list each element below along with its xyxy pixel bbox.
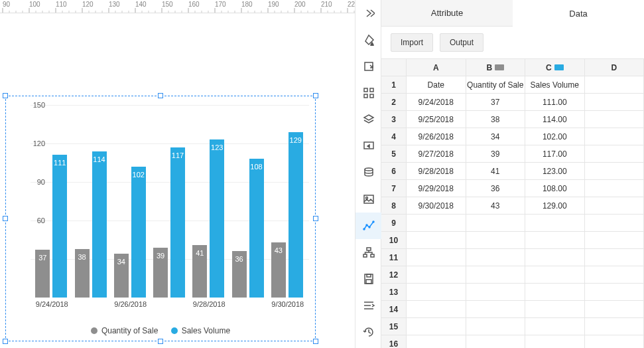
grid-cell[interactable] bbox=[407, 335, 466, 348]
bar-sales[interactable]: 111 bbox=[52, 155, 67, 298]
resize-handle[interactable] bbox=[313, 339, 318, 344]
resize-handle[interactable] bbox=[313, 216, 318, 221]
chart-icon[interactable] bbox=[355, 213, 382, 239]
resize-handle[interactable] bbox=[3, 216, 8, 221]
grid-cell[interactable]: 37 bbox=[466, 94, 526, 110]
row-header[interactable]: 8 bbox=[381, 197, 407, 214]
grid-cell[interactable]: 111.00 bbox=[525, 94, 585, 110]
grid-cell[interactable]: 41 bbox=[466, 163, 526, 179]
bar-quantity[interactable]: 37 bbox=[35, 250, 50, 298]
grid-cell[interactable] bbox=[585, 232, 645, 248]
grid-cell[interactable]: 38 bbox=[466, 111, 526, 128]
row-header[interactable]: 3 bbox=[381, 111, 407, 128]
bar-quantity[interactable]: 43 bbox=[271, 242, 286, 298]
column-header[interactable]: B bbox=[466, 59, 526, 76]
row-header[interactable]: 5 bbox=[381, 145, 407, 162]
grid-cell[interactable] bbox=[585, 266, 645, 283]
grid-cell[interactable]: 9/29/2018 bbox=[407, 180, 466, 197]
bar-quantity[interactable]: 38 bbox=[75, 249, 90, 298]
history-icon[interactable] bbox=[355, 319, 382, 345]
grid-cell[interactable]: 9/24/2018 bbox=[407, 94, 466, 110]
row-header[interactable]: 7 bbox=[381, 180, 407, 197]
grid-cell[interactable] bbox=[525, 266, 585, 283]
data-grid[interactable]: ABCD1DateQuantity of SaleSales Volume29/… bbox=[381, 58, 644, 348]
align-icon[interactable] bbox=[355, 292, 382, 319]
grid-cell[interactable]: 129.00 bbox=[525, 197, 585, 214]
row-header[interactable]: 16 bbox=[381, 335, 407, 348]
grid-cell[interactable] bbox=[585, 128, 645, 145]
grid-cell[interactable]: 117.00 bbox=[525, 145, 585, 162]
bar-quantity[interactable]: 34 bbox=[114, 254, 129, 298]
grid-cell[interactable] bbox=[407, 284, 466, 300]
column-header[interactable]: D bbox=[585, 59, 645, 76]
grid-cell[interactable]: Sales Volume bbox=[525, 76, 585, 93]
grid-cell[interactable] bbox=[585, 318, 645, 335]
bar-sales[interactable]: 123 bbox=[210, 139, 224, 298]
grid-cell[interactable] bbox=[525, 284, 585, 300]
grid-cell[interactable]: 39 bbox=[466, 145, 526, 162]
grid-cell[interactable] bbox=[525, 335, 585, 348]
grid-cell[interactable] bbox=[585, 249, 645, 266]
resize-handle[interactable] bbox=[158, 339, 163, 344]
grid-cell[interactable] bbox=[525, 318, 585, 335]
row-header[interactable]: 4 bbox=[381, 128, 407, 145]
grid-cell[interactable] bbox=[466, 232, 526, 248]
grid-cell[interactable] bbox=[585, 301, 645, 317]
image-icon[interactable] bbox=[355, 186, 382, 213]
row-header[interactable]: 1 bbox=[381, 76, 407, 93]
grid-cell[interactable] bbox=[466, 215, 526, 231]
row-header[interactable]: 14 bbox=[381, 301, 407, 317]
grid-cell[interactable] bbox=[407, 249, 466, 266]
output-button[interactable]: Output bbox=[440, 33, 483, 52]
row-header[interactable]: 10 bbox=[381, 232, 407, 248]
grid-cell[interactable] bbox=[525, 215, 585, 231]
save-icon[interactable] bbox=[355, 266, 382, 292]
row-header[interactable]: 13 bbox=[381, 284, 407, 300]
row-header[interactable]: 2 bbox=[381, 94, 407, 110]
grid-cell[interactable] bbox=[585, 76, 645, 93]
grid-cell[interactable] bbox=[525, 301, 585, 317]
grid-cell[interactable]: 108.00 bbox=[525, 180, 585, 197]
collapse-icon[interactable] bbox=[355, 0, 382, 27]
grid-cell[interactable] bbox=[466, 318, 526, 335]
bar-sales[interactable]: 114 bbox=[92, 151, 107, 298]
resize-handle[interactable] bbox=[3, 93, 8, 98]
tab-data[interactable]: Data bbox=[513, 0, 644, 27]
grid-cell[interactable]: 123.00 bbox=[525, 163, 585, 179]
bar-quantity[interactable]: 39 bbox=[153, 248, 168, 298]
grid-cell[interactable] bbox=[466, 284, 526, 300]
column-header[interactable]: A bbox=[407, 59, 466, 76]
export-icon[interactable] bbox=[355, 53, 382, 80]
layers-icon[interactable] bbox=[355, 106, 382, 133]
grid-cell[interactable] bbox=[407, 266, 466, 283]
grid-cell[interactable]: 9/28/2018 bbox=[407, 163, 466, 179]
grid-cell[interactable]: 36 bbox=[466, 180, 526, 197]
grid-cell[interactable] bbox=[407, 301, 466, 317]
grid-cell[interactable] bbox=[407, 232, 466, 248]
grid-cell[interactable]: Quantity of Sale bbox=[466, 76, 526, 93]
bar-quantity[interactable]: 41 bbox=[192, 245, 207, 298]
grid-cell[interactable]: 9/27/2018 bbox=[407, 145, 466, 162]
row-header[interactable]: 9 bbox=[381, 215, 407, 231]
row-header[interactable]: 12 bbox=[381, 266, 407, 283]
present-icon[interactable] bbox=[355, 133, 382, 159]
fill-icon[interactable] bbox=[355, 27, 382, 53]
grid-cell[interactable] bbox=[585, 284, 645, 300]
grid-cell[interactable]: 102.00 bbox=[525, 128, 585, 145]
grid-cell[interactable] bbox=[585, 180, 645, 197]
grid-cell[interactable] bbox=[466, 266, 526, 283]
grid-cell[interactable]: 9/26/2018 bbox=[407, 128, 466, 145]
grid-cell[interactable] bbox=[585, 215, 645, 231]
grid-cell[interactable] bbox=[466, 249, 526, 266]
row-header[interactable]: 6 bbox=[381, 163, 407, 179]
bar-sales[interactable]: 108 bbox=[249, 159, 264, 298]
grid-cell[interactable]: 9/25/2018 bbox=[407, 111, 466, 128]
grid-cell[interactable]: 43 bbox=[466, 197, 526, 214]
grid-cell[interactable] bbox=[525, 232, 585, 248]
grid-cell[interactable] bbox=[585, 163, 645, 179]
grid-cell[interactable] bbox=[466, 301, 526, 317]
database-icon[interactable] bbox=[355, 159, 382, 186]
grid-cell[interactable] bbox=[585, 145, 645, 162]
grid-cell[interactable]: 9/30/2018 bbox=[407, 197, 466, 214]
import-button[interactable]: Import bbox=[391, 33, 433, 52]
